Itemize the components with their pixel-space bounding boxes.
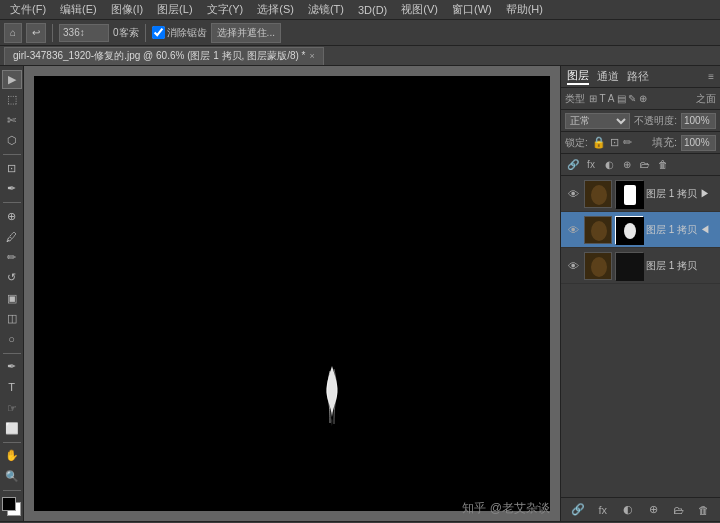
tool-pen[interactable]: ✒ [2,358,22,377]
layer-mask-thumbnail [615,252,643,280]
tool-spot-heal[interactable]: ⊕ [2,207,22,226]
layer-visibility-toggle[interactable]: 👁 [565,222,581,238]
layer-thumbnail [584,252,612,280]
tool-separator-2 [3,202,21,203]
tool-path-select[interactable]: ☞ [2,399,22,418]
tool-text[interactable]: T [2,378,22,397]
svg-point-7 [624,223,636,239]
brush-stroke [317,361,347,431]
svg-rect-10 [616,253,644,281]
filter-icons-row: ⊞ T A ▤ ✎ ⊕ [589,93,647,104]
foreground-color[interactable] [2,497,16,511]
blend-mode-select[interactable]: 正常 [565,113,630,129]
toolbar-separator-2 [145,24,146,42]
tab-paths[interactable]: 路径 [627,69,649,84]
layer-icon-delete[interactable]: 🗑 [655,157,671,173]
merge-checkbox-label[interactable]: 消除锯齿 [152,26,207,40]
layer-item[interactable]: 👁 图层 1 拷贝 ◀ [561,212,720,248]
layer-thumbnail [584,216,612,244]
tool-brush[interactable]: 🖊 [2,228,22,247]
menu-window[interactable]: 窗口(W) [446,0,498,19]
filter-label: 类型 [565,92,585,106]
menu-file[interactable]: 文件(F) [4,0,52,19]
layer-name: 图层 1 拷贝 ◀ [646,223,716,237]
undo-button[interactable]: ↩ [26,23,46,43]
tool-gradient[interactable]: ◫ [2,310,22,329]
layer-icon-mask[interactable]: ◐ [601,157,617,173]
main-layout: ▶ ⬚ ✄ ⬡ ⊡ ✒ ⊕ 🖊 ✏ ↺ ▣ ◫ ○ ✒ T ☞ ⬜ ✋ 🔍 [0,66,720,521]
tool-dodge[interactable]: ○ [2,330,22,349]
fill-label: 填充: [652,135,677,150]
layer-bottom-buttons: 🔗 fx ◐ ⊕ 🗁 🗑 [561,497,720,521]
layer-visibility-toggle[interactable]: 👁 [565,186,581,202]
menu-3d[interactable]: 3D(D) [352,2,393,18]
menu-select[interactable]: 选择(S) [251,0,300,19]
filter-row: 类型 ⊞ T A ▤ ✎ ⊕ 之面 [561,88,720,110]
tool-marquee[interactable]: ⬚ [2,91,22,110]
tool-crop[interactable]: ⊡ [2,159,22,178]
layer-visibility-toggle[interactable]: 👁 [565,258,581,274]
canvas-area[interactable] [24,66,560,521]
right-panel: 图层 通道 路径 ≡ 类型 ⊞ T A ▤ ✎ ⊕ 之面 正常 不透明度: [560,66,720,521]
layer-adjustment-button[interactable]: ⊕ [643,501,663,519]
layer-group-button[interactable]: 🗁 [668,501,688,519]
menu-bar: 文件(F) 编辑(E) 图像(I) 图层(L) 文字(Y) 选择(S) 滤镜(T… [0,0,720,20]
layer-icon-link[interactable]: 🔗 [565,157,581,173]
layer-icon-add-style[interactable]: fx [583,157,599,173]
canvas-image [34,76,550,511]
opacity-input[interactable] [681,113,716,129]
select-mask-button[interactable]: 选择并遮住... [211,23,281,43]
menu-filter[interactable]: 滤镜(T) [302,0,350,19]
layer-icon-group[interactable]: 🗁 [637,157,653,173]
tool-hand[interactable]: ✋ [2,447,22,466]
tab-channels[interactable]: 通道 [597,69,619,84]
panel-menu-icon[interactable]: ≡ [708,71,714,82]
layer-delete-button[interactable]: 🗑 [693,501,713,519]
tool-eyedropper[interactable]: ✒ [2,180,22,199]
tab-layers[interactable]: 图层 [567,68,589,85]
layer-link-button[interactable]: 🔗 [568,501,588,519]
filter-toggle[interactable]: 之面 [696,92,716,106]
layer-item[interactable]: 👁 图层 1 拷贝 ▶ [561,176,720,212]
tool-clone[interactable]: ✏ [2,248,22,267]
tool-separator-5 [3,490,21,491]
layer-fx-button[interactable]: fx [593,501,613,519]
menu-text[interactable]: 文字(Y) [201,0,250,19]
opacity-label: 不透明度: [634,114,677,128]
canvas-wrapper [34,76,550,511]
layers-panel-header: 图层 通道 路径 ≡ [561,66,720,88]
tab-bar: girl-347836_1920-修复的.jpg @ 60.6% (图层 1 拷… [0,46,720,66]
file-tab[interactable]: girl-347836_1920-修复的.jpg @ 60.6% (图层 1 拷… [4,47,324,65]
lock-label: 锁定: [565,136,588,150]
layer-item[interactable]: 👁 图层 1 拷贝 [561,248,720,284]
lock-icon[interactable]: 🔒 [592,136,606,149]
tab-close[interactable]: × [309,51,314,61]
tool-shape[interactable]: ⬜ [2,419,22,438]
size-input[interactable] [59,24,109,42]
menu-view[interactable]: 视图(V) [395,0,444,19]
tool-separator-3 [3,353,21,354]
tools-panel: ▶ ⬚ ✄ ⬡ ⊡ ✒ ⊕ 🖊 ✏ ↺ ▣ ◫ ○ ✒ T ☞ ⬜ ✋ 🔍 [0,66,24,521]
tool-history-brush[interactable]: ↺ [2,269,22,288]
tool-eraser[interactable]: ▣ [2,289,22,308]
home-button[interactable]: ⌂ [4,23,22,43]
menu-layer[interactable]: 图层(L) [151,0,198,19]
svg-point-1 [591,185,607,205]
layer-mask-thumbnail [615,216,643,244]
layer-name: 图层 1 拷贝 ▶ [646,187,716,201]
lock-brush[interactable]: ✏ [623,136,632,149]
tool-lasso[interactable]: ✄ [2,111,22,130]
merge-checkbox[interactable] [152,26,165,39]
layer-icon-adjustment[interactable]: ⊕ [619,157,635,173]
tool-quick-select[interactable]: ⬡ [2,132,22,151]
layer-mask-thumbnail [615,180,643,208]
menu-edit[interactable]: 编辑(E) [54,0,103,19]
lock-transparency[interactable]: ⊡ [610,136,619,149]
menu-help[interactable]: 帮助(H) [500,0,549,19]
menu-image[interactable]: 图像(I) [105,0,149,19]
tool-zoom[interactable]: 🔍 [2,467,22,486]
layer-mask-button[interactable]: ◐ [618,501,638,519]
fill-input[interactable] [681,135,716,151]
tool-separator [3,154,21,155]
tool-move[interactable]: ▶ [2,70,22,89]
